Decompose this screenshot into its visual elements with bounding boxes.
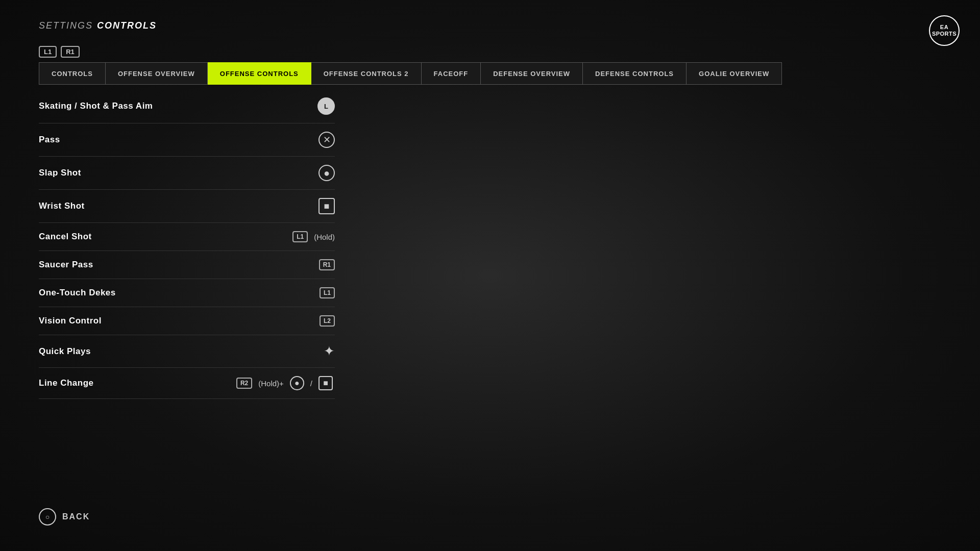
control-input: R1 [319, 259, 335, 270]
r1-badge: R1 [61, 46, 80, 58]
tab-defense-overview[interactable]: DEFENSE OVERVIEW [481, 62, 583, 85]
tab-bar: CONTROLS OFFENSE OVERVIEW OFFENSE CONTRO… [39, 62, 980, 85]
l1-tag-icon: L1 [292, 231, 308, 242]
table-row: Pass ✕ [39, 123, 335, 157]
tab-offense-controls[interactable]: OFFENSE CONTROLS [208, 62, 311, 85]
tab-offense-overview[interactable]: OFFENSE OVERVIEW [106, 62, 208, 85]
r1-tag-icon: R1 [319, 259, 335, 270]
ea-logo-text: EASPORTS [932, 24, 957, 37]
page-header: SETTINGS CONTROLS [39, 20, 157, 31]
tab-controls[interactable]: CONTROLS [39, 62, 106, 85]
square-icon-line-change: ■ [318, 376, 333, 390]
back-button[interactable]: ○ BACK [39, 508, 90, 525]
header-settings-label: SETTINGS [39, 20, 93, 31]
control-name: Vision Control [39, 316, 102, 326]
tab-goalie-overview[interactable]: GOALIE OVERVIEW [687, 62, 782, 85]
slash-separator: / [310, 379, 312, 388]
l1-badge: L1 [39, 46, 57, 58]
table-row: Wrist Shot ■ [39, 190, 335, 223]
table-row: Quick Plays ✦ [39, 335, 335, 368]
l1-tag-icon2: L1 [320, 287, 335, 298]
controls-list: Skating / Shot & Pass Aim L Pass ✕ Slap … [39, 89, 335, 399]
ea-sports-logo: EASPORTS [929, 15, 960, 46]
control-input: ✦ [324, 343, 335, 359]
control-input: L [317, 97, 335, 115]
table-row: Slap Shot ● [39, 157, 335, 190]
control-name: Skating / Shot & Pass Aim [39, 101, 153, 111]
control-name: Slap Shot [39, 168, 81, 178]
table-row: Saucer Pass R1 [39, 251, 335, 279]
circle-button-icon: ● [318, 165, 335, 181]
circle-icon-line-change: ● [290, 376, 304, 390]
control-name: Saucer Pass [39, 260, 93, 270]
control-input: L1 [320, 287, 335, 298]
table-row: Skating / Shot & Pass Aim L [39, 89, 335, 123]
control-name: Cancel Shot [39, 232, 92, 242]
control-name: Wrist Shot [39, 201, 85, 211]
cross-button-icon: ✕ [318, 132, 335, 148]
table-row: Cancel Shot L1 (Hold) [39, 223, 335, 251]
tab-defense-controls[interactable]: DEFENSE CONTROLS [583, 62, 687, 85]
control-input: R2 (Hold)+ ● / ■ [236, 376, 335, 390]
control-input: ✕ [318, 132, 335, 148]
hold-modifier-text2: (Hold)+ [258, 379, 284, 388]
top-button-badges: L1 R1 [39, 46, 80, 58]
dpad-icon: ✦ [324, 343, 335, 359]
table-row: Line Change R2 (Hold)+ ● / ■ [39, 368, 335, 399]
control-input: L2 [320, 315, 335, 327]
control-name: One-Touch Dekes [39, 288, 116, 298]
square-button-icon: ■ [318, 198, 335, 214]
table-row: Vision Control L2 [39, 307, 335, 335]
hold-modifier-text: (Hold) [314, 233, 335, 241]
control-name: Line Change [39, 378, 94, 388]
l-stick-icon: L [317, 97, 335, 115]
control-name: Quick Plays [39, 346, 91, 357]
header-controls-label: CONTROLS [97, 20, 157, 31]
tab-faceoff[interactable]: FACEOFF [422, 62, 481, 85]
table-row: One-Touch Dekes L1 [39, 279, 335, 307]
back-circle-icon: ○ [39, 508, 56, 525]
control-input: L1 (Hold) [292, 231, 335, 242]
tab-offense-controls-2[interactable]: OFFENSE CONTROLS 2 [311, 62, 422, 85]
r2-tag-icon: R2 [236, 378, 252, 389]
l2-tag-icon: L2 [320, 315, 335, 327]
back-label: BACK [62, 512, 90, 521]
control-input: ● [318, 165, 335, 181]
control-name: Pass [39, 135, 60, 145]
control-input: ■ [318, 198, 335, 214]
